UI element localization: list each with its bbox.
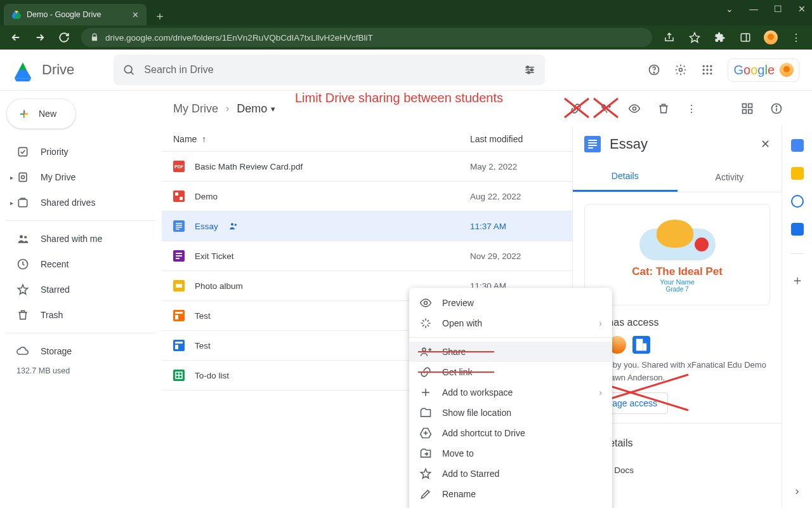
sidebar-item-starred[interactable]: Starred (6, 277, 155, 302)
keep-rail-icon[interactable] (791, 167, 804, 180)
plus-icon: ＋ (17, 104, 31, 123)
sidebar-item-label: Shared with me (41, 234, 102, 244)
svg-marker-6 (19, 62, 27, 70)
sidebar-item-recent[interactable]: Recent (6, 251, 155, 277)
search-options-icon[interactable] (523, 64, 536, 76)
account-chip[interactable]: Google (728, 58, 799, 82)
file-row[interactable]: Demo Aug 22, 2022 (162, 182, 572, 211)
drive-title: Drive (42, 62, 74, 78)
info-toolbar-icon[interactable] (770, 102, 783, 115)
site-icon (173, 340, 185, 351)
back-icon[interactable] (9, 30, 23, 44)
new-label: New (39, 109, 56, 119)
file-row-selected[interactable]: Essay 11:37 AM (162, 211, 572, 241)
menu-add-workspace[interactable]: Add to workspace› (409, 382, 612, 403)
search-placeholder: Search in Drive (144, 64, 213, 76)
preview-grade: Grade 7 (665, 286, 688, 293)
menu-label: Add to workspace (442, 387, 513, 398)
tab-details[interactable]: Details (573, 162, 678, 192)
get-link-toolbar-icon[interactable] (570, 102, 582, 115)
minimize-icon[interactable]: — (747, 4, 760, 14)
sidebar-item-sharedwithme[interactable]: Shared with me (6, 226, 155, 251)
expand-icon[interactable]: ▸ (10, 174, 13, 181)
file-name: Test (195, 341, 211, 351)
svg-point-17 (528, 72, 530, 74)
tab-activity[interactable]: Activity (678, 162, 782, 192)
close-window-icon[interactable]: ✕ (796, 4, 808, 14)
breadcrumb-current-label: Demo (237, 102, 267, 116)
svg-rect-51 (175, 192, 178, 196)
file-row[interactable]: Exit Ticket Nov 29, 2022 (162, 241, 572, 271)
url-bar[interactable]: drive.google.com/drive/folders/1EnVn2RuV… (81, 28, 652, 47)
svg-point-23 (710, 65, 712, 67)
chevron-down-icon[interactable]: ⌄ (723, 4, 736, 14)
menu-show-location[interactable]: Show file location (409, 403, 612, 423)
sheet-icon (173, 370, 185, 381)
extensions-icon[interactable] (713, 30, 727, 44)
share-url-icon[interactable] (662, 30, 676, 44)
expand-icon[interactable]: ▸ (10, 199, 13, 206)
menu-add-shortcut[interactable]: Add shortcut to Drive (409, 423, 612, 443)
svg-point-42 (633, 107, 636, 110)
browser-tab[interactable]: Demo - Google Drive ✕ (4, 4, 147, 25)
close-details-icon[interactable]: ✕ (761, 137, 770, 151)
file-name: Photo album (195, 281, 243, 291)
help-icon[interactable] (648, 64, 660, 76)
annotation-strikethrough (418, 371, 494, 373)
file-modified: 11:37 AM (470, 222, 506, 231)
breadcrumb-current[interactable]: Demo ▾ (237, 102, 275, 116)
search-input[interactable]: Search in Drive (114, 55, 545, 85)
sidebar-item-shareddrives[interactable]: ▸Shared drives (6, 190, 155, 215)
maximize-icon[interactable]: ☐ (771, 4, 784, 14)
new-tab-button[interactable]: ＋ (150, 6, 169, 25)
svg-rect-45 (743, 110, 747, 114)
settings-icon[interactable] (674, 64, 687, 76)
more-toolbar-icon[interactable]: ⋮ (686, 103, 697, 115)
svg-point-21 (703, 65, 705, 67)
sidebar-item-mydrive[interactable]: ▸My Drive (6, 164, 155, 190)
grid-view-icon[interactable] (741, 102, 754, 115)
svg-point-35 (24, 236, 27, 238)
expand-rail-icon[interactable]: › (796, 485, 799, 498)
file-row[interactable]: PDFBasic Math Review Card.pdf May 2, 202… (162, 152, 572, 182)
delete-toolbar-icon[interactable] (657, 102, 670, 115)
svg-rect-54 (176, 223, 182, 224)
side-panel-icon[interactable] (738, 30, 752, 44)
calendar-rail-icon[interactable] (791, 139, 804, 152)
preview-toolbar-icon[interactable] (628, 102, 641, 115)
tasks-rail-icon[interactable] (791, 195, 804, 208)
forward-icon[interactable] (33, 30, 47, 44)
close-tab-icon[interactable]: ✕ (132, 10, 139, 20)
preview-thumbnail[interactable]: Cat: The Ideal Pet Your Name Grade 7 (584, 204, 770, 305)
contacts-rail-icon[interactable] (791, 223, 804, 236)
file-name: Exit Ticket (195, 251, 234, 261)
star-icon[interactable] (688, 30, 702, 44)
menu-move-to[interactable]: Move to (409, 443, 612, 464)
column-name[interactable]: Name↑ (173, 134, 470, 144)
menu-share[interactable]: Share (409, 342, 612, 362)
apps-grid-icon[interactable] (701, 64, 714, 76)
sidebar-item-trash[interactable]: Trash (6, 302, 155, 328)
doc-icon (173, 220, 185, 232)
column-modified[interactable]: Last modified (470, 134, 523, 144)
svg-rect-78 (588, 142, 597, 144)
sidebar-item-storage[interactable]: Storage (6, 338, 155, 364)
reload-icon[interactable] (57, 30, 71, 44)
breadcrumb-root[interactable]: My Drive (173, 102, 218, 116)
menu-preview[interactable]: Preview (409, 293, 612, 313)
profile-avatar-icon[interactable] (764, 30, 778, 44)
svg-marker-9 (15, 78, 32, 81)
share-toolbar-icon[interactable] (599, 102, 612, 115)
sidebar-item-priority[interactable]: Priority (6, 139, 155, 164)
add-rail-icon[interactable]: ＋ (791, 272, 804, 289)
menu-rename[interactable]: Rename (409, 484, 612, 504)
new-button[interactable]: ＋ New (6, 98, 76, 129)
menu-open-with[interactable]: Open with› (409, 313, 612, 333)
sidebar: ＋ New Priority ▸My Drive ▸Shared drives … (0, 91, 162, 508)
site-icon (173, 310, 185, 321)
menu-add-starred[interactable]: Add to Starred (409, 464, 612, 484)
chrome-menu-icon[interactable]: ⋮ (789, 30, 803, 44)
drive-header: Drive Search in Drive Google (0, 50, 812, 90)
menu-get-link[interactable]: Get link (409, 362, 612, 382)
svg-rect-68 (175, 315, 178, 319)
